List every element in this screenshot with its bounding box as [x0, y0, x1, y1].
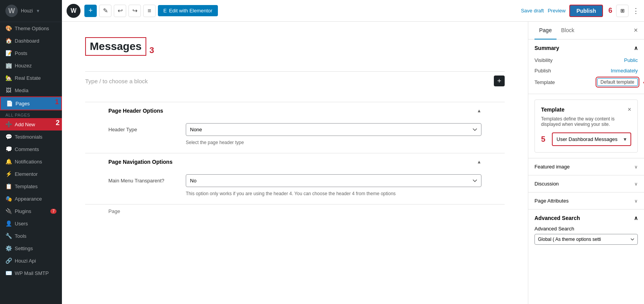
save-draft-button[interactable]: Save draft	[521, 8, 544, 14]
plugins-icon: 🔌	[5, 208, 12, 214]
meta-box-page-navigation-body: Main Menu Transparent? No This option on…	[85, 170, 505, 204]
main-menu-select[interactable]: No	[186, 174, 481, 187]
sidebar-item-settings[interactable]: ⚙️ Settings	[0, 242, 62, 254]
main-area: W + ✎ ↩ ↪ ≡ E Edit with Elementor Save d…	[62, 0, 644, 304]
block-placeholder: Type / to choose a block +	[85, 71, 505, 90]
sidebar-item-theme-options[interactable]: 🎨 Theme Options	[0, 22, 62, 34]
advanced-search-header[interactable]: Advanced Search ∧	[534, 215, 638, 221]
tab-page-label: Page	[539, 27, 552, 33]
sidebar-label-notifications: Notifications	[15, 159, 42, 165]
template-row: Template Default template 4	[534, 76, 638, 88]
sidebar-label-pages: Pages	[15, 101, 30, 106]
meta-box-page-header-toggle[interactable]: Page Header Options ▲	[85, 102, 505, 119]
elementor-e-icon: E	[163, 8, 167, 14]
sidebar-label-real-estate: Real Estate	[15, 75, 41, 81]
advanced-search-chevron-icon: ∧	[634, 215, 638, 221]
panel-close-button[interactable]: ×	[634, 26, 638, 34]
notifications-icon: 🔔	[5, 158, 12, 165]
tab-page[interactable]: Page	[534, 22, 557, 40]
template-row-value[interactable]: Default template	[597, 78, 638, 86]
publish-button[interactable]: Publish	[569, 5, 603, 17]
edit-elementor-label: Edit with Elementor	[169, 8, 212, 14]
settings-grid-icon: ⊞	[620, 8, 625, 14]
template-popup-title-text: Template	[541, 106, 564, 113]
list-view-button[interactable]: ≡	[143, 5, 156, 17]
featured-image-header[interactable]: Featured image ∨	[534, 164, 638, 170]
advanced-search-select[interactable]: Global ( As theme options setti Enabled …	[534, 234, 638, 245]
sidebar-label-add-new: Add New	[15, 122, 35, 127]
visibility-label: Visibility	[534, 57, 553, 63]
page-attributes-chevron-icon: ∨	[634, 198, 638, 204]
pen-icon: ✎	[103, 7, 108, 14]
pages-icon: 📄	[6, 100, 12, 106]
toolbar: W + ✎ ↩ ↪ ≡ E Edit with Elementor Save d…	[62, 0, 644, 22]
all-pages-label: All Pages	[0, 110, 62, 118]
testimonials-icon: 💬	[5, 134, 12, 140]
sidebar-logo: W Houzi ▼	[0, 0, 62, 22]
meta-box-page-navigation-toggle[interactable]: Page Navigation Options ▲	[85, 153, 505, 170]
tools-icon: 🔧	[5, 233, 12, 239]
sidebar-item-notifications[interactable]: 🔔 Notifications	[0, 155, 62, 168]
sidebar-item-appearance[interactable]: 🎭 Appearance	[0, 192, 62, 205]
add-block-inline-button[interactable]: +	[494, 76, 505, 86]
preview-button[interactable]: Preview	[548, 8, 565, 14]
header-type-select[interactable]: None	[186, 123, 481, 136]
sidebar-item-wp-mail-smtp[interactable]: ✉️ WP Mail SMTP	[0, 267, 62, 279]
site-extra: ▼	[36, 9, 40, 13]
sidebar-item-templates[interactable]: 📋 Templates	[0, 180, 62, 192]
settings-panel-button[interactable]: ⊞	[616, 5, 629, 17]
visibility-value[interactable]: Public	[624, 57, 638, 63]
more-options-button[interactable]: ⋮	[632, 7, 639, 15]
template-popup-close-button[interactable]: ×	[628, 106, 631, 113]
sidebar-item-dashboard[interactable]: 🏠 Dashboard	[0, 34, 62, 47]
sidebar-item-users[interactable]: 👤 Users	[0, 217, 62, 230]
step6-badge: 6	[608, 7, 612, 15]
sidebar-label-wp-mail-smtp: WP Mail SMTP	[15, 270, 49, 276]
template-popup: Template × Templates define the way cont…	[534, 100, 638, 153]
elementor-icon: ⚡	[5, 171, 12, 177]
users-icon: 👤	[5, 220, 12, 227]
template-select-wrapper: User Dashborad Messages Default template…	[552, 132, 631, 146]
template-select[interactable]: User Dashborad Messages Default template…	[552, 132, 631, 146]
sidebar-item-real-estate[interactable]: 🏡 Real Estate	[0, 72, 62, 84]
summary-chevron-icon: ∧	[634, 45, 638, 51]
summary-header[interactable]: Summary ∧	[534, 45, 638, 51]
page-title-row: Messages 3	[85, 37, 505, 64]
sidebar-label-houzi-api: Houzi Api	[15, 258, 36, 264]
meta-box-page-header: Page Header Options ▲ Header Type None S…	[85, 102, 505, 153]
settings-icon: ⚙️	[5, 245, 12, 251]
sidebar-item-pages[interactable]: 📄 Pages 1	[0, 96, 62, 110]
sidebar-item-houzi-api[interactable]: 🔗 Houzi Api	[0, 254, 62, 267]
sidebar-item-media[interactable]: 🖼 Media	[0, 84, 62, 96]
page-header-toggle-icon: ▲	[477, 108, 481, 113]
sidebar-item-plugins[interactable]: 🔌 Plugins 7	[0, 205, 62, 217]
header-type-help: Select the page header type	[186, 140, 481, 145]
templates-icon: 📋	[5, 183, 12, 189]
sidebar-label-testimonials: Testimonials	[15, 134, 43, 140]
wordpress-icon: W	[5, 5, 18, 17]
featured-image-label: Featured image	[534, 164, 570, 170]
sidebar-item-testimonials[interactable]: 💬 Testimonials	[0, 131, 62, 143]
discussion-header[interactable]: Discussion ∨	[534, 181, 638, 187]
sidebar-label-dashboard: Dashboard	[15, 38, 39, 44]
add-block-toolbar-button[interactable]: +	[84, 5, 97, 17]
sidebar-label-houzez: Houzez	[15, 63, 32, 69]
sidebar-label-posts: Posts	[15, 50, 27, 56]
publish-row-value[interactable]: Immediately	[611, 68, 638, 74]
sidebar-item-tools[interactable]: 🔧 Tools	[0, 230, 62, 242]
tab-block[interactable]: Block	[557, 22, 579, 40]
sidebar-item-elementor[interactable]: ⚡ Elementor	[0, 168, 62, 180]
undo-button[interactable]: ↩	[114, 5, 126, 17]
edit-elementor-button[interactable]: E Edit with Elementor	[158, 5, 218, 16]
step2-badge: 2	[56, 119, 60, 127]
edit-toolbar-button[interactable]: ✎	[99, 5, 111, 17]
sidebar-item-posts[interactable]: 📝 Posts	[0, 47, 62, 59]
page-attributes-header[interactable]: Page Attributes ∨	[534, 198, 638, 204]
sidebar-item-add-new[interactable]: ➕ Add New 2	[0, 118, 62, 131]
sidebar-item-comments[interactable]: 💭 Comments	[0, 143, 62, 155]
sidebar-item-houzez[interactable]: 🏢 Houzez	[0, 59, 62, 72]
redo-button[interactable]: ↪	[128, 5, 141, 17]
comments-icon: 💭	[5, 146, 12, 152]
sidebar-label-templates: Templates	[15, 184, 38, 189]
page-title-input[interactable]: Messages	[85, 37, 146, 56]
